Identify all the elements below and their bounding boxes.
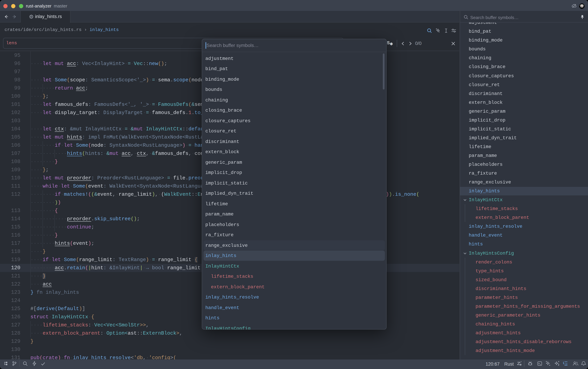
svg-text:R: R: [30, 15, 32, 18]
svg-text:2: 2: [558, 363, 559, 366]
